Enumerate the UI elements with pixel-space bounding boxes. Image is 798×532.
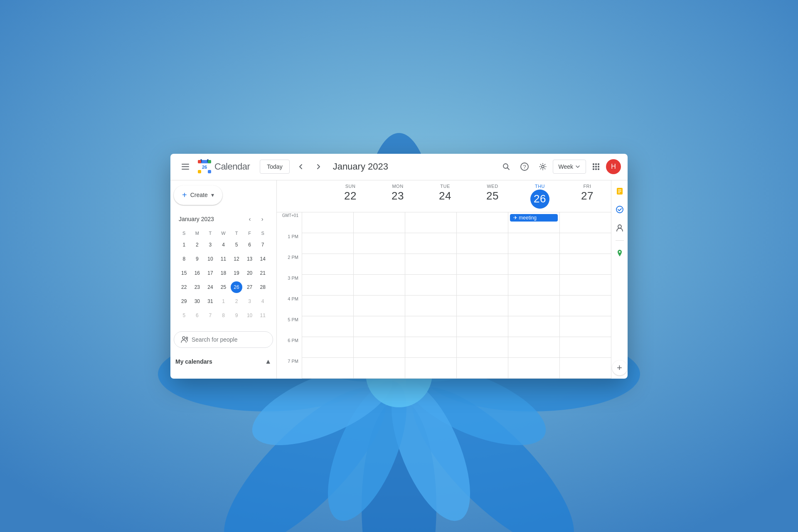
hour-cell[interactable]	[405, 358, 456, 379]
mini-cal-cell[interactable]: 17	[204, 266, 217, 280]
day-column-2[interactable]	[405, 212, 457, 379]
hour-cell[interactable]	[302, 316, 353, 337]
hour-cell[interactable]	[457, 275, 508, 296]
mini-cal-cell[interactable]: 23	[191, 281, 204, 294]
hour-cell[interactable]	[508, 233, 559, 254]
mini-cal-cell[interactable]: 5	[230, 238, 243, 251]
hour-cell[interactable]	[457, 212, 508, 233]
event-chip[interactable]: ✈ meeting	[510, 214, 558, 222]
hour-cell[interactable]	[457, 337, 508, 358]
mini-cal-cell[interactable]: 3	[204, 238, 217, 251]
hour-cell[interactable]	[302, 254, 353, 275]
mini-cal-cell[interactable]: 7	[204, 309, 217, 322]
hour-cell[interactable]	[354, 296, 405, 316]
hour-cell[interactable]	[560, 358, 611, 379]
prev-week-button[interactable]	[293, 159, 308, 174]
settings-button[interactable]	[534, 158, 551, 175]
mini-cal-cell[interactable]: 7	[256, 238, 269, 251]
time-grid[interactable]: GMT+011 PM2 PM3 PM4 PM5 PM6 PM7 PM ✈ mee…	[277, 212, 611, 379]
day-column-0[interactable]	[302, 212, 354, 379]
day-column-3[interactable]	[457, 212, 508, 379]
hour-cell[interactable]	[354, 233, 405, 254]
mini-cal-cell[interactable]: 15	[178, 266, 190, 280]
day-column-5[interactable]	[560, 212, 611, 379]
day-header-mon[interactable]: MON23	[374, 180, 421, 212]
mini-cal-cell[interactable]: 6	[191, 309, 204, 322]
mini-cal-cell[interactable]: 16	[191, 266, 204, 280]
hour-cell[interactable]	[560, 212, 611, 233]
hour-cell[interactable]	[302, 337, 353, 358]
hour-cell[interactable]	[457, 316, 508, 337]
menu-icon[interactable]	[177, 158, 194, 175]
mini-cal-cell[interactable]: 27	[244, 281, 256, 294]
hour-cell[interactable]	[354, 316, 405, 337]
day-header-tue[interactable]: TUE24	[421, 180, 469, 212]
day-column-1[interactable]	[354, 212, 405, 379]
hour-cell[interactable]	[560, 296, 611, 316]
hour-cell[interactable]	[508, 296, 559, 316]
day-header-sun[interactable]: SUN22	[327, 180, 374, 212]
hour-cell[interactable]	[457, 296, 508, 316]
hour-cell[interactable]	[354, 212, 405, 233]
apps-button[interactable]	[588, 158, 604, 175]
contacts-icon[interactable]	[612, 220, 627, 235]
hour-cell[interactable]	[405, 212, 456, 233]
hour-cell[interactable]	[405, 296, 456, 316]
day-column-4[interactable]: ✈ meeting	[508, 212, 560, 379]
mini-cal-cell[interactable]: 4	[217, 238, 230, 251]
hour-cell[interactable]	[560, 254, 611, 275]
mini-cal-cell[interactable]: 13	[244, 252, 256, 266]
hour-cell[interactable]	[508, 254, 559, 275]
day-header-thu[interactable]: THU26	[516, 180, 564, 212]
today-button[interactable]: Today	[260, 160, 289, 174]
hour-cell[interactable]	[457, 233, 508, 254]
mini-cal-cell[interactable]: 21	[256, 266, 269, 280]
mini-cal-cell[interactable]: 11	[256, 309, 269, 322]
mini-cal-cell[interactable]: 29	[178, 295, 190, 308]
hour-cell[interactable]	[560, 275, 611, 296]
mini-cal-cell[interactable]: 10	[204, 252, 217, 266]
mini-cal-cell[interactable]: 25	[217, 281, 230, 294]
hour-cell[interactable]	[405, 275, 456, 296]
mini-cal-prev[interactable]: ‹	[244, 213, 256, 225]
hour-cell[interactable]	[405, 233, 456, 254]
search-people-input[interactable]: Search for people	[174, 331, 273, 348]
hour-cell[interactable]	[354, 337, 405, 358]
hour-cell[interactable]	[354, 358, 405, 379]
mini-cal-cell[interactable]: 12	[230, 252, 243, 266]
view-selector[interactable]: Week	[553, 160, 586, 174]
mini-cal-cell[interactable]: 6	[244, 238, 256, 251]
day-header-wed[interactable]: WED25	[469, 180, 516, 212]
mini-cal-cell[interactable]: 30	[191, 295, 204, 308]
add-more-button[interactable]: +	[612, 360, 627, 375]
hour-cell[interactable]	[302, 296, 353, 316]
hour-cell[interactable]	[405, 316, 456, 337]
mini-cal-cell[interactable]: 20	[244, 266, 256, 280]
mini-cal-cell[interactable]: 28	[256, 281, 269, 294]
mini-cal-cell[interactable]: 22	[178, 281, 190, 294]
mini-cal-cell[interactable]: 9	[230, 309, 243, 322]
help-button[interactable]: ?	[516, 158, 533, 175]
hour-cell[interactable]	[457, 254, 508, 275]
mini-cal-cell[interactable]: 2	[191, 238, 204, 251]
user-avatar[interactable]: H	[606, 159, 621, 174]
mini-cal-cell[interactable]: 8	[178, 252, 190, 266]
hour-cell[interactable]	[302, 233, 353, 254]
mini-cal-cell[interactable]: 8	[217, 309, 230, 322]
hour-cell[interactable]	[508, 316, 559, 337]
search-button[interactable]	[498, 158, 515, 175]
create-button[interactable]: + Create ▾	[174, 185, 222, 205]
mini-cal-cell[interactable]: 31	[204, 295, 217, 308]
hour-cell[interactable]	[302, 212, 353, 233]
hour-cell[interactable]	[508, 275, 559, 296]
hour-cell[interactable]	[560, 233, 611, 254]
tasks-icon[interactable]	[612, 202, 627, 217]
mini-cal-cell[interactable]: 26	[230, 281, 243, 294]
mini-cal-cell[interactable]: 1	[217, 295, 230, 308]
hour-cell[interactable]	[508, 358, 559, 379]
hour-cell[interactable]	[302, 275, 353, 296]
mini-cal-cell[interactable]: 1	[178, 238, 190, 251]
hour-cell[interactable]	[560, 316, 611, 337]
hour-cell[interactable]	[354, 254, 405, 275]
mini-cal-cell[interactable]: 18	[217, 266, 230, 280]
